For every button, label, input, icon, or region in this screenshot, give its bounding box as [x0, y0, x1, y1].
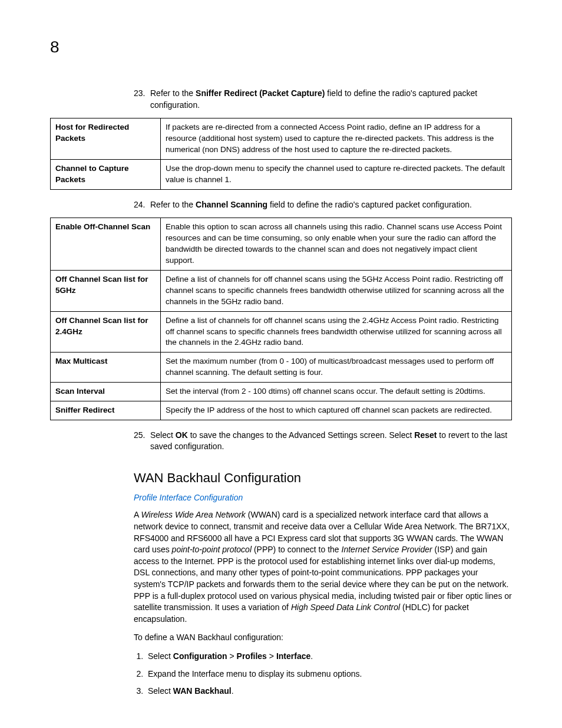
row-label: Channel to Capture Packets: [51, 160, 161, 190]
nav-item: Profiles: [237, 651, 267, 661]
field-name: Sniffer Redirect (Packet Capture): [196, 88, 325, 98]
row-label: Off Channel Scan list for 2.4GHz: [51, 311, 161, 353]
row-label: Sniffer Redirect: [51, 401, 161, 420]
text: Select: [150, 430, 176, 440]
page-number: 8: [50, 35, 512, 58]
step-23: 23. Refer to the Sniffer Redirect (Packe…: [134, 88, 512, 111]
row-desc: Specify the IP address of the host to wh…: [161, 401, 512, 420]
row-label: Off Channel Scan list for 5GHz: [51, 270, 161, 311]
table-row: Off Channel Scan list for 2.4GHz Define …: [51, 311, 512, 353]
text: .: [310, 651, 313, 661]
reset-label: Reset: [414, 430, 437, 440]
step-text: Select OK to save the changes to the Adv…: [150, 430, 512, 453]
table-row: Channel to Capture Packets Use the drop-…: [51, 160, 512, 190]
row-label: Enable Off-Channel Scan: [51, 218, 161, 271]
step-text: Refer to the Sniffer Redirect (Packet Ca…: [150, 88, 512, 111]
row-desc: Define a list of channels for off channe…: [161, 311, 512, 353]
step-number: 25.: [134, 430, 150, 453]
list-item: Select WAN Backhaul.: [146, 686, 512, 697]
field-name: Channel Scanning: [196, 200, 267, 209]
row-desc: Enable this option to scan across all ch…: [161, 218, 512, 271]
step-text: Refer to the Channel Scanning field to d…: [150, 199, 512, 211]
text: .: [232, 686, 234, 696]
term: Internet Service Provider: [342, 545, 432, 554]
text: to save the changes to the Advanced Sett…: [188, 430, 414, 440]
breadcrumb-link[interactable]: Profile Interface Configuration: [134, 492, 512, 504]
table-row: Max Multicast Set the maximum number (fr…: [51, 353, 512, 383]
row-desc: Use the drop-down menu to specify the ch…: [161, 160, 512, 190]
step-number: 24.: [134, 199, 150, 211]
row-label: Max Multicast: [51, 353, 161, 383]
sniffer-redirect-table: Host for Redirected Packets If packets a…: [50, 118, 512, 189]
table-row: Enable Off-Channel Scan Enable this opti…: [51, 218, 512, 271]
step-24: 24. Refer to the Channel Scanning field …: [134, 199, 512, 211]
text: >: [227, 651, 237, 661]
row-desc: Set the interval (from 2 - 100 dtims) of…: [161, 383, 512, 401]
text: Refer to the: [150, 88, 196, 98]
text: Select: [148, 686, 173, 696]
text: A: [134, 510, 141, 519]
row-label: Scan Interval: [51, 383, 161, 401]
ok-label: OK: [176, 430, 188, 440]
row-desc: If packets are re-directed from a connec…: [161, 118, 512, 160]
row-desc: Define a list of channels for off channe…: [161, 270, 512, 311]
text: Select: [148, 651, 173, 661]
table-row: Off Channel Scan list for 5GHz Define a …: [51, 270, 512, 311]
nav-item: WAN Backhaul: [173, 686, 232, 696]
text: field to define the radio's captured pac…: [267, 200, 472, 209]
channel-scanning-table: Enable Off-Channel Scan Enable this opti…: [50, 218, 512, 420]
steps-list: Select Configuration > Profiles > Interf…: [134, 651, 512, 697]
row-label: Host for Redirected Packets: [51, 118, 161, 160]
step-number: 23.: [134, 88, 150, 111]
table-row: Host for Redirected Packets If packets a…: [51, 118, 512, 160]
table-row: Sniffer Redirect Specify the IP address …: [51, 401, 512, 420]
body-paragraph: To define a WAN Backhaul configuration:: [134, 632, 512, 644]
text: Refer to the: [150, 200, 196, 209]
step-25: 25. Select OK to save the changes to the…: [134, 430, 512, 453]
text: (PPP) to connect to the: [252, 545, 342, 554]
nav-item: Interface: [276, 651, 310, 661]
nav-item: Configuration: [173, 651, 227, 661]
row-desc: Set the maximum number (from 0 - 100) of…: [161, 353, 512, 383]
section-heading: WAN Backhaul Configuration: [134, 469, 512, 487]
list-item: Expand the Interface menu to display its…: [146, 668, 512, 680]
term: High Speed Data Link Control: [291, 602, 400, 612]
table-row: Scan Interval Set the interval (from 2 -…: [51, 383, 512, 401]
term: point-to-point protocol: [172, 545, 252, 554]
body-paragraph: A Wireless Wide Area Network (WWAN) card…: [134, 509, 512, 625]
text: >: [267, 651, 276, 661]
term: Wireless Wide Area Network: [141, 510, 245, 519]
list-item: Select Configuration > Profiles > Interf…: [146, 651, 512, 663]
